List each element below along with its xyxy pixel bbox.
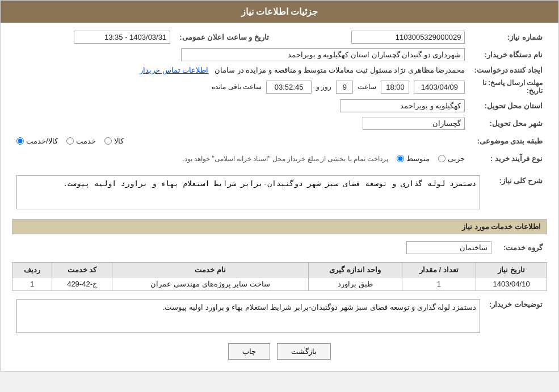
page-wrapper: جزئیات اطلاعات نیاز شماره نیاز: 11030053… xyxy=(0,0,559,372)
tabaqe-kala-khedmat-radio[interactable] xyxy=(16,137,24,145)
ijad-value-cell: محمدرضا مظاهری نژاد مسئول ثبت معاملات مت… xyxy=(12,64,469,77)
tabaqe-kala-label: کالا xyxy=(114,137,124,145)
col-tedad: تعداد / مقدار xyxy=(402,263,476,277)
sharh-label: شرح کلی نیاز: xyxy=(485,173,547,213)
tawzih-value-cell: دستمزد لوله گذاری و توسعه فضای سبز شهر د… xyxy=(12,297,485,335)
button-row: بازگشت چاپ xyxy=(12,343,547,360)
ijad-value: محمدرضا مظاهری نژاد مسئول ثبت معاملات مت… xyxy=(215,66,465,74)
noe-jozii-item: جزیی xyxy=(438,154,465,163)
ijad-row: ایجاد کننده درخواست: محمدرضا مظاهری نژاد… xyxy=(12,64,547,77)
noe-row: نوع فرآیند خرید : پرداخت تمام یا بخشی از… xyxy=(12,150,547,167)
tarikh-elam-label: تاریخ و ساعت اعلان عمومی: xyxy=(175,28,280,46)
ostan-label: استان محل تحویل: xyxy=(469,97,547,115)
ijad-label: ایجاد کننده درخواست: xyxy=(469,64,547,77)
services-table-header: تاریخ نیاز تعداد / مقدار واحد اندازه گیر… xyxy=(12,263,547,277)
sharh-value-cell xyxy=(12,173,485,213)
tawzih-table: توضیحات خریدار: دستمزد لوله گذاری و توسع… xyxy=(12,297,547,335)
grohe-value-cell: ساختمان xyxy=(12,239,496,256)
saat-label-text: ساعت xyxy=(358,83,376,91)
mohlat-row: مهلت ارسال پاسخ: تا تاریخ: ساعت باقی مان… xyxy=(12,77,547,97)
ostan-value: کهگیلویه و بویراحمد xyxy=(340,99,465,112)
tarikh-value: 1403/04/09 xyxy=(414,81,465,94)
col-nam: نام خدمت xyxy=(112,263,309,277)
noe-motavasset-item: متوسط xyxy=(397,154,430,163)
nam-dastgah-value: شهرداری دو گنبدان گچساران استان کهگیلویه… xyxy=(181,48,465,61)
print-button[interactable]: چاپ xyxy=(228,343,270,360)
services-header-row: تاریخ نیاز تعداد / مقدار واحد اندازه گیر… xyxy=(12,263,547,277)
tarikh-elam-value: 1403/03/31 - 13:35 xyxy=(74,31,170,44)
ostan-value-cell: کهگیلویه و بویراحمد xyxy=(12,97,469,115)
noe-motavasset-radio[interactable] xyxy=(397,155,404,162)
khadamat-section-title: اطلاعات خدمات مورد نیاز xyxy=(12,219,547,234)
col-radif: ردیف xyxy=(12,263,52,277)
col-tarikh: تاریخ نیاز xyxy=(476,263,547,277)
shahr-value-cell: گچساران xyxy=(12,115,469,132)
services-table: تاریخ نیاز تعداد / مقدار واحد اندازه گیر… xyxy=(12,262,547,291)
tabaqe-khedmat-label: خدمت xyxy=(76,137,96,145)
baqi-label-text: ساعت باقی مانده xyxy=(212,83,262,91)
page-title: جزئیات اطلاعات نیاز xyxy=(241,7,318,16)
shomara-row: شماره نیاز: 1103005329000029 تاریخ و ساع… xyxy=(12,28,547,46)
noe-jozii-label: جزیی xyxy=(448,154,465,163)
tabaqe-khedmat-radio[interactable] xyxy=(66,137,74,145)
tabaqe-khedmat-item: خدمت xyxy=(66,137,96,145)
shahr-value: گچساران xyxy=(363,117,465,130)
mohlat-label: مهلت ارسال پاسخ: تا تاریخ: xyxy=(469,77,547,97)
table-row: 1403/04/101طبق براوردساخت سایر پروژه‌های… xyxy=(12,277,547,291)
services-table-body: 1403/04/101طبق براوردساخت سایر پروژه‌های… xyxy=(12,277,547,291)
nam-dastgah-value-cell: شهرداری دو گنبدان گچساران استان کهگیلویه… xyxy=(12,46,469,64)
mohlat-value-cell: ساعت باقی مانده 03:52:45 روز و 9 ساعت 18… xyxy=(12,77,469,97)
tarikh-elam-value-cell: 1403/03/31 - 13:35 xyxy=(12,28,175,46)
back-button[interactable]: بازگشت xyxy=(277,343,331,360)
tawzih-row: توضیحات خریدار: دستمزد لوله گذاری و توسع… xyxy=(12,297,547,335)
ijad-link[interactable]: اطلاعات تماس خریدار xyxy=(140,66,208,74)
main-info-table: شماره نیاز: 1103005329000029 تاریخ و ساع… xyxy=(12,28,547,167)
shahr-label: شهر محل تحویل: xyxy=(469,115,547,132)
tawzih-value: دستمزد لوله گذاری و توسعه فضای سبز شهر د… xyxy=(16,299,480,333)
sharh-table: شرح کلی نیاز: xyxy=(12,173,547,213)
sharh-row: شرح کلی نیاز: xyxy=(12,173,547,213)
col-andaze: واحد اندازه گیری xyxy=(309,263,402,277)
tabaqe-row: طبقه بندی موضوعی: کالا/خدمت خدمت کالا xyxy=(12,132,547,150)
shomara-value: 1103005329000029 xyxy=(351,31,465,44)
tabaqe-value-cell: کالا/خدمت خدمت کالا xyxy=(12,132,469,150)
page-header: جزئیات اطلاعات نیاز xyxy=(1,1,558,23)
rooz-value: 9 xyxy=(336,81,353,94)
col-kod: کد خدمت xyxy=(52,263,112,277)
noe-desc: پرداخت تمام یا بخشی از مبلغ خریداز محل "… xyxy=(183,155,389,163)
tabaqe-kala-item: کالا xyxy=(104,137,124,145)
grohe-value: ساختمان xyxy=(406,241,491,254)
noe-farayand-label: نوع فرآیند خرید : xyxy=(469,150,547,167)
main-content: شماره نیاز: 1103005329000029 تاریخ و ساع… xyxy=(1,23,558,371)
shomara-value-cell: 1103005329000029 xyxy=(280,28,469,46)
tabaqe-label: طبقه بندی موضوعی: xyxy=(469,132,547,150)
tabaqe-kala-khedmat-label: کالا/خدمت xyxy=(26,137,58,145)
noe-motavasset-label: متوسط xyxy=(406,154,430,163)
nam-dastgah-row: نام دستگاه خریدار: شهرداری دو گنبدان گچس… xyxy=(12,46,547,64)
sharh-textarea[interactable] xyxy=(16,175,480,209)
noe-jozii-radio[interactable] xyxy=(438,155,445,162)
nam-dastgah-label: نام دستگاه خریدار: xyxy=(469,46,547,64)
baqi-value: 03:52:45 xyxy=(266,81,312,94)
tabaqe-kala-radio[interactable] xyxy=(104,137,112,145)
tabaqe-kala-khedmat-item: کالا/خدمت xyxy=(16,137,58,145)
tawzih-label: توضیحات خریدار: xyxy=(485,297,547,335)
grohe-row: گروه خدمت: ساختمان xyxy=(12,239,547,256)
grohe-table: گروه خدمت: ساختمان xyxy=(12,239,547,256)
noe-value-cell: پرداخت تمام یا بخشی از مبلغ خریداز محل "… xyxy=(12,150,469,167)
saat-value: 18:00 xyxy=(381,81,409,94)
ostan-row: استان محل تحویل: کهگیلویه و بویراحمد xyxy=(12,97,547,115)
shahr-row: شهر محل تحویل: گچساران xyxy=(12,115,547,132)
shomara-label: شماره نیاز: xyxy=(469,28,547,46)
grohe-label: گروه خدمت: xyxy=(496,239,547,256)
rooz-label-text: روز و xyxy=(316,83,331,91)
